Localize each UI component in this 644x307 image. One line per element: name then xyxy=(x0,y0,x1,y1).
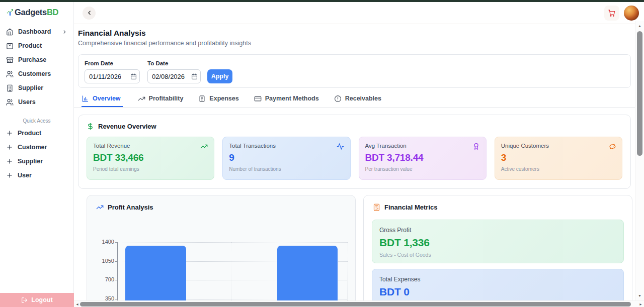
app-window: GadgetsBD Dashboard Product Purchase Cus… xyxy=(0,0,644,307)
users-icon xyxy=(6,98,14,106)
revenue-overview-section: Revenue Overview Total Revenue BDT 33,46… xyxy=(78,115,631,189)
trending-up-icon xyxy=(96,203,104,211)
sidebar-item-dashboard[interactable]: Dashboard xyxy=(0,25,73,39)
analysis-tabs: Overview Profitability Expenses Payment … xyxy=(74,92,635,108)
calendar-icon[interactable] xyxy=(191,73,198,80)
date-filter-panel: From Date To Date Apply xyxy=(78,54,631,88)
chart-bar[interactable] xyxy=(277,246,338,307)
quick-access-heading: Quick Acess xyxy=(0,115,73,126)
top-header xyxy=(74,2,644,24)
to-date-input[interactable] xyxy=(152,73,187,80)
user-avatar[interactable] xyxy=(624,6,639,21)
users-icon xyxy=(6,70,14,78)
brand-name: GadgetsBD xyxy=(15,8,58,17)
tab-payment-methods[interactable]: Payment Methods xyxy=(254,92,319,107)
logout-button[interactable]: Logout xyxy=(0,293,74,307)
tab-receivables[interactable]: Receivables xyxy=(334,92,381,107)
scroll-left-arrow[interactable]: ◄ xyxy=(75,302,79,306)
card-subtitle: Active customers xyxy=(501,166,616,172)
scroll-down-arrow[interactable]: ▼ xyxy=(638,294,641,297)
award-icon xyxy=(472,143,480,150)
cart-button[interactable] xyxy=(604,6,619,21)
scroll-up-arrow[interactable]: ▲ xyxy=(638,24,641,28)
page-title: Financial Analysis xyxy=(78,29,146,38)
tab-overview[interactable]: Overview xyxy=(82,92,123,107)
card-value: BDT 1,336 xyxy=(379,237,616,249)
y-axis-tick: 1050 xyxy=(93,258,114,264)
logout-icon xyxy=(21,297,28,303)
plus-icon xyxy=(6,130,13,137)
brand-logo[interactable]: GadgetsBD xyxy=(0,2,73,23)
avg-transaction-card: Avg Transaction BDT 3,718.44 Per transac… xyxy=(359,137,487,180)
total-transactions-card: Total Transactions 9 Number of transacti… xyxy=(222,137,350,180)
bar-chart-icon xyxy=(82,95,89,103)
tab-label: Payment Methods xyxy=(265,95,319,102)
to-date-field[interactable] xyxy=(147,69,201,83)
section-title: Revenue Overview xyxy=(98,123,156,130)
tab-expenses[interactable]: Expenses xyxy=(198,92,238,107)
chart-bar[interactable] xyxy=(125,246,186,307)
quick-add-supplier[interactable]: Supplier xyxy=(0,154,73,168)
sidebar-item-label: Supplier xyxy=(18,84,43,91)
sidebar-item-label: Purchase xyxy=(18,56,46,63)
activity-icon xyxy=(337,143,344,150)
financial-metrics-card: Financial Metrics Gross Profit BDT 1,336… xyxy=(363,195,632,307)
to-date-label: To Date xyxy=(147,60,168,66)
quick-add-customer[interactable]: Customer xyxy=(0,140,73,154)
sidebar-item-users[interactable]: Users xyxy=(0,95,73,109)
plus-icon xyxy=(6,158,13,165)
card-title: Total Transactions xyxy=(229,143,344,149)
from-date-field[interactable] xyxy=(85,69,140,83)
trending-up-icon xyxy=(138,95,145,103)
y-axis-tick: 1400 xyxy=(93,239,114,245)
sidebar-item-customers[interactable]: Customers xyxy=(0,67,73,81)
sidebar-nav: Dashboard Product Purchase Customers Sup… xyxy=(0,25,73,109)
calendar-icon[interactable] xyxy=(130,73,137,80)
unique-customers-card: Unique Customers 3 Active customers xyxy=(495,137,622,180)
from-date-input[interactable] xyxy=(89,73,126,80)
sidebar-item-label: Dashboard xyxy=(18,28,51,35)
tab-label: Overview xyxy=(93,95,121,102)
sidebar-item-product[interactable]: Product xyxy=(0,39,73,53)
horizontal-scrollbar[interactable]: ◄ ► xyxy=(74,300,644,307)
card-title: Gross Profit xyxy=(379,227,616,234)
chevron-left-icon xyxy=(86,10,93,16)
quick-item-label: Customer xyxy=(18,144,47,151)
card-value: BDT 33,466 xyxy=(93,152,208,163)
sidebar-item-label: Product xyxy=(18,42,42,49)
card-subtitle: Sales - Cost of Goods xyxy=(379,252,616,258)
card-title: Avg Transaction xyxy=(365,143,480,149)
horizontal-scrollbar-thumb[interactable] xyxy=(80,302,631,306)
back-button[interactable] xyxy=(83,7,96,20)
quick-item-label: Supplier xyxy=(18,158,43,165)
home-icon xyxy=(6,28,14,36)
quick-item-label: Product xyxy=(18,130,41,137)
page-subtitle: Comprehensive financial performance and … xyxy=(78,40,251,47)
card-subtitle: Number of transactions xyxy=(229,166,344,172)
dollar-sign-icon xyxy=(87,123,94,130)
y-axis-tick: 700 xyxy=(93,276,114,282)
sidebar-item-label: Customers xyxy=(18,70,51,77)
card-value: BDT 0 xyxy=(379,286,616,298)
sidebar-item-supplier[interactable]: Supplier xyxy=(0,81,73,95)
tab-label: Expenses xyxy=(209,95,238,102)
tab-profitability[interactable]: Profitability xyxy=(138,92,184,107)
scroll-right-arrow[interactable]: ► xyxy=(639,302,642,306)
sidebar-item-label: Users xyxy=(18,98,36,106)
store-icon xyxy=(6,56,14,64)
section-title: Financial Metrics xyxy=(384,203,437,211)
vertical-scrollbar[interactable]: ▲ ▼ xyxy=(635,21,644,300)
apply-button[interactable]: Apply xyxy=(207,69,232,83)
total-revenue-card: Total Revenue BDT 33,466 Period total ea… xyxy=(87,137,214,180)
vertical-scrollbar-thumb[interactable] xyxy=(637,31,642,156)
receipt-icon xyxy=(198,95,206,103)
tab-label: Profitability xyxy=(149,95,184,102)
building-icon xyxy=(6,84,14,92)
quick-add-user[interactable]: User xyxy=(0,168,73,182)
card-title: Total Expenses xyxy=(379,276,616,283)
section-title: Profit Analysis xyxy=(108,203,153,211)
trending-up-icon xyxy=(200,143,208,150)
quick-add-product[interactable]: Product xyxy=(0,126,73,140)
sidebar-item-purchase[interactable]: Purchase xyxy=(0,53,73,67)
card-value: BDT 3,718.44 xyxy=(365,152,480,163)
